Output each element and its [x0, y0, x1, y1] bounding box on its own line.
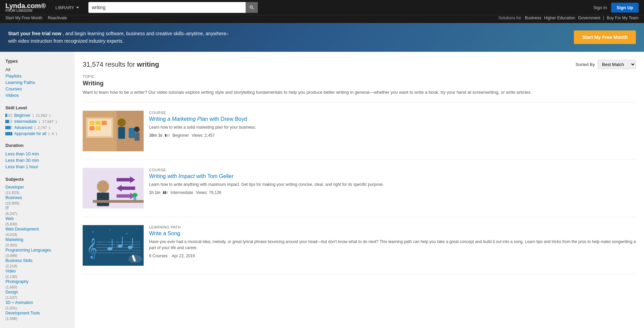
skill-appropriate: Appropriate for all (4): [5, 131, 69, 136]
duration-title: Duration: [5, 143, 69, 148]
promo-cta-button[interactable]: Start My Free Month: [574, 30, 636, 44]
svg-rect-14: [134, 132, 140, 141]
results-query: writing: [137, 61, 159, 68]
beginner-count: (: [33, 113, 34, 117]
search-input[interactable]: [88, 5, 246, 10]
duration-1hour[interactable]: Less than 1 hour: [5, 163, 69, 170]
course-thumbnail-song: 𝄞: [83, 225, 144, 266]
results-count: 31,574: [83, 61, 103, 68]
search-icon: [249, 5, 254, 10]
types-title: Types: [5, 59, 69, 64]
sub-nav-right: Solutions for: Business Higher Education…: [498, 16, 639, 20]
search-bar: [88, 2, 258, 13]
subject-bizskills-link[interactable]: Business Skills: [5, 258, 69, 263]
skill-level-title: Skill Level: [5, 105, 69, 110]
course-card-marketing-plan: COURSE Writing a Marketing Plan with Dre…: [83, 111, 636, 160]
course-thumbnail-impact: [83, 168, 144, 209]
skill-beginner: Beginner (11,062): [5, 113, 69, 118]
beginner-bar: [5, 114, 12, 117]
course-info-song: LEARNING PATH Write a Song Have you ever…: [149, 225, 636, 266]
subjects-section: Subjects Developer (11,623) Business (10…: [5, 177, 69, 321]
subject-business-link[interactable]: Business: [5, 195, 69, 200]
subject-video: Video (2,130): [5, 268, 69, 279]
course-title-song[interactable]: Write a Song: [149, 231, 636, 237]
type-courses[interactable]: Courses: [5, 86, 69, 92]
subject-business-skills: Business Skills (2,219): [5, 258, 69, 268]
subject-marketing: Marketing (3,302): [5, 237, 69, 247]
type-playlists[interactable]: Playlists: [5, 73, 69, 79]
results-header: 31,574 results for writing Sorted By Bes…: [83, 60, 636, 69]
search-button[interactable]: [246, 2, 258, 13]
duration-30min[interactable]: Less than 30 min: [5, 157, 69, 163]
duration-10min[interactable]: Less than 10 min: [5, 151, 69, 157]
advanced-label[interactable]: Advanced: [14, 125, 32, 130]
higher-education-link[interactable]: Higher Education: [544, 16, 575, 20]
level-impact: Intermediate: [170, 190, 193, 195]
type-learning-paths[interactable]: Learning Paths: [5, 79, 69, 86]
course-thumb-song: 𝄞: [83, 225, 144, 266]
beginner-label[interactable]: Beginner: [14, 113, 30, 118]
promo-bold-text: Start your free trial now: [8, 31, 61, 36]
svg-rect-10: [118, 127, 125, 139]
subject-photography-link[interactable]: Photography: [5, 279, 69, 284]
business-solution-link[interactable]: Business: [525, 16, 541, 20]
svg-rect-12: [129, 128, 135, 138]
subject-it: IT (6,247): [5, 205, 69, 216]
topic-label: TOPIC: [83, 74, 636, 79]
topic-title: Writing: [83, 80, 636, 87]
subject-programming: Programming Languages (3,089): [5, 247, 69, 258]
sign-in-link[interactable]: Sign In: [593, 5, 607, 10]
topic-block: TOPIC Writing Want to learn how to be a …: [83, 74, 636, 103]
subject-marketing-link[interactable]: Marketing: [5, 237, 69, 242]
advanced-count: 2,747: [38, 126, 47, 130]
course-title-impact[interactable]: Writing with Impact with Tom Geller: [149, 173, 636, 179]
subjects-title: Subjects: [5, 177, 69, 182]
government-link[interactable]: Government: [578, 16, 600, 20]
subject-programming-link[interactable]: Programming Languages: [5, 247, 69, 253]
course-meta-marketing: 38m 3s Beginner Views: 2,457: [149, 133, 636, 138]
svg-rect-21: [93, 200, 144, 203]
library-dropdown[interactable]: LIBRARY: [51, 2, 83, 13]
duration-marketing: 38m 3s: [149, 133, 162, 138]
sort-select[interactable]: Best Match Newest Oldest Most Viewed: [598, 60, 636, 69]
subject-developer-link[interactable]: Developer: [5, 184, 69, 190]
type-all[interactable]: All: [5, 66, 69, 73]
svg-rect-7: [89, 126, 95, 130]
intermediate-bar: [5, 120, 12, 123]
subject-devtools-link[interactable]: Development Tools: [5, 310, 69, 316]
duration-section: Duration Less than 10 min Less than 30 m…: [5, 143, 69, 170]
course-type-impact: COURSE: [149, 168, 636, 172]
svg-point-16: [97, 180, 109, 193]
subject-it-link[interactable]: IT: [5, 205, 69, 211]
svg-text:𝄞: 𝄞: [87, 238, 97, 259]
svg-point-26: [109, 230, 110, 231]
content-area: 31,574 results for writing Sorted By Bes…: [75, 52, 644, 328]
views-marketing: Views: 2,457: [191, 133, 215, 138]
appropriate-label[interactable]: Appropriate for all: [14, 131, 46, 136]
svg-rect-6: [102, 121, 107, 125]
subject-design-link[interactable]: Design: [5, 289, 69, 295]
subject-video-link[interactable]: Video: [5, 268, 69, 274]
start-free-link[interactable]: Start My Free Month: [5, 16, 42, 20]
course-thumb-impact: [83, 168, 144, 209]
subject-3d-link[interactable]: 3D + Animation: [5, 300, 69, 305]
subject-webdev-link[interactable]: Web Development: [5, 226, 69, 232]
course-card-write-song: 𝄞 LEARNING PATH Write a Song: [83, 225, 636, 274]
appropriate-bar: [5, 132, 12, 135]
subject-3d-animation: 3D + Animation (1,601): [5, 300, 69, 310]
sub-nav: Start My Free Month Reactivate Solutions…: [0, 15, 644, 23]
intermediate-label[interactable]: Intermediate: [14, 119, 37, 124]
results-title: 31,574 results for writing: [83, 61, 159, 68]
promo-text: Start your free trial now , and begin le…: [8, 30, 229, 45]
beginner-count-val: 11,062: [36, 113, 47, 117]
reactivate-link[interactable]: Reactivate: [48, 16, 67, 20]
main-layout: Types All Playlists Learning Paths Cours…: [0, 52, 644, 328]
sign-up-button[interactable]: Sign Up: [611, 3, 639, 13]
buy-for-team-link[interactable]: Buy For My Team: [607, 16, 639, 20]
course-title-marketing[interactable]: Writing a Marketing Plan with Drew Boyd: [149, 116, 636, 122]
type-videos[interactable]: Videos: [5, 92, 69, 99]
subject-photography: Photography (1,660): [5, 279, 69, 289]
subject-web-link[interactable]: Web: [5, 216, 69, 221]
nav-divider: |: [603, 16, 604, 20]
advanced-bar: [5, 126, 12, 129]
